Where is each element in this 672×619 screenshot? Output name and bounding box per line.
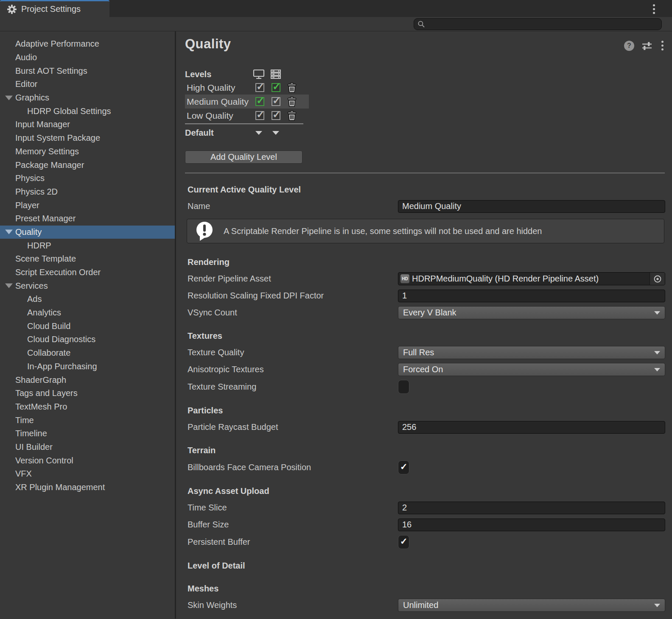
trash-icon[interactable] xyxy=(287,96,297,107)
default-server-dropdown-icon[interactable] xyxy=(272,131,279,135)
sidebar-item-vfx[interactable]: VFX xyxy=(0,467,175,481)
sidebar-item-physics[interactable]: Physics xyxy=(0,172,175,185)
sidebar-item-cloud-build[interactable]: Cloud Build xyxy=(0,319,175,333)
sidebar-item-label: In-App Purchasing xyxy=(27,362,97,371)
sidebar-item-label: Physics 2D xyxy=(15,187,58,197)
trash-icon[interactable] xyxy=(287,82,297,93)
chevron-down-icon xyxy=(654,604,660,607)
sidebar-item-textmesh-pro[interactable]: TextMesh Pro xyxy=(0,400,175,414)
billboards-face-camera-checkbox[interactable] xyxy=(398,460,409,474)
low-desktop-checkbox[interactable] xyxy=(255,111,264,120)
sidebar-item-label: Tags and Layers xyxy=(15,388,78,398)
sidebar-item-shadergraph[interactable]: ShaderGraph xyxy=(0,373,175,387)
expander-triangle-icon[interactable] xyxy=(5,95,13,100)
page-title: Quality xyxy=(185,36,231,52)
persistent-buffer-checkbox[interactable] xyxy=(398,535,409,549)
quality-name-field[interactable] xyxy=(398,200,665,213)
sidebar-item-input-manager[interactable]: Input Manager xyxy=(0,118,175,131)
section-divider xyxy=(185,173,665,173)
sidebar-item-time[interactable]: Time xyxy=(0,413,175,427)
sidebar-item-editor[interactable]: Editor xyxy=(0,78,175,91)
medium-server-checkbox[interactable] xyxy=(272,97,280,106)
sidebar-item-collaborate[interactable]: Collaborate xyxy=(0,346,175,360)
sidebar-item-tags-and-layers[interactable]: Tags and Layers xyxy=(0,387,175,400)
sidebar-item-services[interactable]: Services xyxy=(0,279,175,293)
sidebar-item-timeline[interactable]: Timeline xyxy=(0,427,175,441)
warning-icon xyxy=(195,221,214,241)
expander-triangle-icon[interactable] xyxy=(5,284,13,288)
sidebar-item-label: Ads xyxy=(27,294,42,304)
low-server-checkbox[interactable] xyxy=(272,111,280,120)
sidebar-item-graphics[interactable]: Graphics xyxy=(0,91,175,105)
sidebar-item-adaptive-performance[interactable]: Adaptive Performance xyxy=(0,37,175,51)
add-quality-level-button[interactable]: Add Quality Level xyxy=(185,151,302,164)
default-desktop-dropdown-icon[interactable] xyxy=(255,131,262,135)
sidebar-item-label: HDRP xyxy=(27,241,51,251)
sidebar-item-hdrp-global-settings[interactable]: HDRP Global Settings xyxy=(0,104,175,118)
textures-title: Textures xyxy=(188,331,665,342)
sidebar-item-physics-2d[interactable]: Physics 2D xyxy=(0,185,175,199)
render-pipeline-asset-field[interactable]: HD HDRPMediumQuality (HD Render Pipeline… xyxy=(398,272,665,285)
warning-text: A Scriptable Render Pipeline is in use, … xyxy=(224,226,542,236)
time-slice-label: Time Slice xyxy=(188,503,398,513)
sidebar-item-ads[interactable]: Ads xyxy=(0,293,175,306)
search-input[interactable] xyxy=(428,20,648,29)
sidebar-item-xr-plugin-management[interactable]: XR Plugin Management xyxy=(0,481,175,494)
sidebar-item-label: Version Control xyxy=(15,456,73,466)
sidebar-item-label: Services xyxy=(15,281,48,291)
name-label: Name xyxy=(188,201,398,211)
sidebar-item-cloud-diagnostics[interactable]: Cloud Diagnostics xyxy=(0,333,175,346)
help-icon[interactable]: ? xyxy=(624,41,634,51)
sidebar-item-label: Audio xyxy=(15,53,37,62)
quality-level-row-low[interactable]: Low Quality xyxy=(185,109,309,123)
tab-project-settings[interactable]: Project Settings xyxy=(0,0,109,17)
object-picker-icon[interactable] xyxy=(650,273,665,285)
sidebar-item-quality[interactable]: Quality xyxy=(0,226,175,239)
skin-weights-label: Skin Weights xyxy=(188,600,398,610)
sidebar-item-input-system-package[interactable]: Input System Package xyxy=(0,131,175,145)
trash-icon[interactable] xyxy=(287,110,297,121)
sidebar-item-script-execution-order[interactable]: Script Execution Order xyxy=(0,266,175,279)
sidebar-item-preset-manager[interactable]: Preset Manager xyxy=(0,212,175,226)
window-menu-button[interactable] xyxy=(650,3,658,15)
sidebar-item-version-control[interactable]: Version Control xyxy=(0,454,175,467)
vsync-count-dropdown[interactable]: Every V Blank xyxy=(398,306,665,319)
expander-triangle-icon[interactable] xyxy=(5,230,13,234)
search-box[interactable] xyxy=(414,18,662,30)
time-slice-field[interactable] xyxy=(398,502,665,514)
dpi-factor-field[interactable] xyxy=(398,290,665,302)
quality-level-row-high[interactable]: High Quality xyxy=(185,81,309,95)
sidebar-item-audio[interactable]: Audio xyxy=(0,51,175,64)
sidebar-item-label: UI Builder xyxy=(15,442,53,452)
sidebar-item-label: Collaborate xyxy=(27,348,70,358)
medium-desktop-checkbox[interactable] xyxy=(255,97,264,106)
quality-level-row-medium[interactable]: Medium Quality xyxy=(185,95,309,109)
desktop-platform-icon[interactable] xyxy=(253,69,265,80)
chevron-down-icon xyxy=(654,351,660,354)
high-desktop-checkbox[interactable] xyxy=(255,83,264,92)
panel-menu-icon[interactable] xyxy=(660,40,665,51)
texture-quality-dropdown[interactable]: Full Res xyxy=(398,346,665,359)
sidebar-item-memory-settings[interactable]: Memory Settings xyxy=(0,145,175,159)
sidebar-item-scene-template[interactable]: Scene Template xyxy=(0,252,175,266)
server-platform-icon[interactable] xyxy=(270,69,282,80)
anisotropic-textures-dropdown[interactable]: Forced On xyxy=(398,363,665,376)
particle-raycast-budget-field[interactable] xyxy=(398,421,665,434)
presets-icon[interactable] xyxy=(641,41,652,51)
texture-streaming-checkbox[interactable] xyxy=(398,380,409,394)
sidebar-item-analytics[interactable]: Analytics xyxy=(0,306,175,320)
texture-quality-label: Texture Quality xyxy=(188,348,398,357)
sidebar-item-hdrp[interactable]: HDRP xyxy=(0,239,175,252)
texture-streaming-label: Texture Streaming xyxy=(188,382,398,392)
skin-weights-dropdown[interactable]: Unlimited xyxy=(398,599,665,612)
sidebar-item-ui-builder[interactable]: UI Builder xyxy=(0,441,175,454)
chevron-down-icon xyxy=(654,368,660,371)
buffer-size-field[interactable] xyxy=(398,519,665,531)
sidebar-item-label: VFX xyxy=(15,469,32,479)
sidebar-item-in-app-purchasing[interactable]: In-App Purchasing xyxy=(0,360,175,374)
high-server-checkbox[interactable] xyxy=(272,83,280,92)
sidebar-item-player[interactable]: Player xyxy=(0,198,175,212)
sidebar-item-burst-aot-settings[interactable]: Burst AOT Settings xyxy=(0,64,175,78)
terrain-title: Terrain xyxy=(188,446,665,457)
sidebar-item-package-manager[interactable]: Package Manager xyxy=(0,158,175,172)
